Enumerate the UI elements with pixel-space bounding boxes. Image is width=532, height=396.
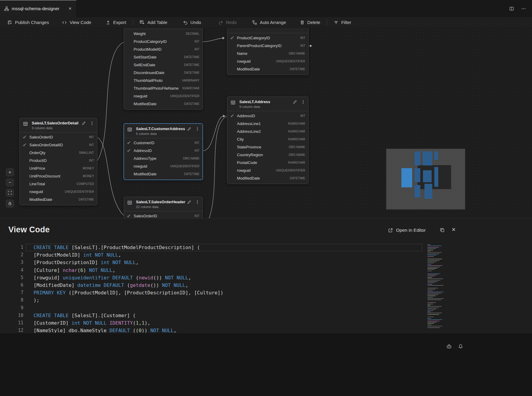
add-table-button[interactable]: Add Table [140,20,167,25]
export-button[interactable]: Export [106,20,126,25]
table-card-salesorderdetail[interactable]: SalesLT.SalesOrderDetail9 column dataSal… [19,118,97,205]
zoom-in-button[interactable]: + [6,168,14,176]
column-row-rowguid[interactable]: rowguidUNIQUEIDENTIFIER [124,162,202,170]
table-menu-kebab-icon[interactable] [195,127,200,131]
column-row-rowguid[interactable]: rowguidUNIQUEIDENTIFIER [227,166,308,174]
column-row-AddressLine1[interactable]: AddressLine1NVARCHAR [227,120,308,127]
table-card-product[interactable]: WeightDECIMALProductCategoryIDINTProduct… [124,28,203,110]
edit-table-icon[interactable] [187,127,191,131]
table-menu-kebab-icon[interactable] [301,100,305,104]
line-number: 10 [0,312,23,319]
column-name: rowguid [134,164,168,168]
column-row-SalesOrderID[interactable]: SalesOrderIDINT [20,133,97,141]
redo-button[interactable]: Redo [218,20,237,25]
column-row-ProductCategoryID[interactable]: ProductCategoryIDINT [227,34,308,42]
column-row-DiscontinuedDate[interactable]: DiscontinuedDateDATETIME [124,69,202,76]
column-row-LineTotal[interactable]: LineTotalCOMPUTED [20,180,97,188]
column-row-rowguid[interactable]: rowguidUNIQUEIDENTIFIER [124,92,202,100]
column-type: SMALLINT [79,151,94,154]
column-row-SalesOrderID[interactable]: SalesOrderIDINT [124,212,202,218]
column-row-Name[interactable]: NameDBO.NAME [227,49,308,57]
column-row-rowguid[interactable]: rowguidUNIQUEIDENTIFIER [227,57,308,65]
column-list: ProductCategoryIDINTParentProductCategor… [227,33,308,75]
column-row-UnitPriceDiscount[interactable]: UnitPriceDiscountMONEY [20,172,97,180]
table-card-customeraddress[interactable]: SalesLT.CustomerAddress5 column dataCust… [124,124,203,180]
column-row-AddressLine2[interactable]: AddressLine2NVARCHAR [227,127,308,135]
column-name: SellEndDate [134,63,182,67]
column-row-ProductID[interactable]: ProductIDINT [20,156,97,164]
table-card-header[interactable]: SalesLT.SalesOrderDetail9 column data [20,118,97,132]
column-row-ProductCategoryID[interactable]: ProductCategoryIDINT [124,37,202,45]
bottom-strip [0,333,532,396]
publish-changes-button[interactable]: Publish Changes [7,20,49,25]
column-row-rowguid[interactable]: rowguidUNIQUEIDENTIFIER [20,188,97,195]
column-row-StateProvince[interactable]: StateProvinceDBO.NAME [227,143,308,151]
copy-code-button[interactable] [440,228,445,233]
tab-close-icon[interactable]: × [67,5,73,12]
column-row-SellStartDate[interactable]: SellStartDateDATETIME [124,53,202,61]
delete-button[interactable]: Delete [300,20,320,25]
fit-view-button[interactable] [6,189,14,197]
zoom-out-button[interactable]: − [6,179,14,186]
table-card-address[interactable]: SalesLT.Address9 column dataAddressIDINT… [227,97,309,184]
column-row-CustomerID[interactable]: CustomerIDINT [124,139,202,147]
edit-table-icon[interactable] [81,121,86,126]
table-menu-kebab-icon[interactable] [195,200,200,204]
split-editor-icon[interactable] [509,6,514,11]
table-card-header[interactable]: SalesLT.Address9 column data [227,97,308,111]
column-row-ProductModelID[interactable]: ProductModelIDINT [124,45,202,53]
diagram-minimap[interactable] [386,149,465,209]
column-name: City [237,137,286,141]
table-menu-kebab-icon[interactable] [90,121,94,126]
edit-table-icon[interactable] [293,100,297,104]
table-card-header[interactable] [124,28,202,29]
table-card-header[interactable]: 5 column data [227,28,308,33]
column-row-ParentProductCategoryID[interactable]: ParentProductCategoryIDINT [227,42,308,49]
column-row-OrderQty[interactable]: OrderQtySMALLINT [20,149,97,156]
column-row-CountryRegion[interactable]: CountryRegionDBO.NAME [227,151,308,159]
table-card-product-category[interactable]: 5 column dataProductCategoryIDINTParentP… [227,28,309,75]
column-row-ModifiedDate[interactable]: ModifiedDateDATETIME [124,100,202,108]
bell-icon[interactable] [458,344,463,349]
lock-button[interactable] [6,200,14,207]
column-row-SellEndDate[interactable]: SellEndDateDATETIME [124,61,202,69]
column-row-ThumbNailPhoto[interactable]: ThumbNailPhotoVARBINARY [124,76,202,84]
column-row-ModifiedDate[interactable]: ModifiedDateDATETIME [227,65,308,73]
table-card-header[interactable]: SalesLT.CustomerAddress5 column data [124,124,202,138]
schema-canvas[interactable]: WeightDECIMALProductCategoryIDINTProduct… [0,28,532,218]
column-row-ThumbnailPhotoFileName[interactable]: ThumbnailPhotoFileNameNVARCHAR [124,84,202,92]
column-type: INT [194,48,200,51]
column-row-City[interactable]: CityNVARCHAR [227,135,308,143]
view-code-button[interactable]: View Code [62,20,91,25]
code-editor[interactable]: 1CREATE TABLE [SalesLT].[ProductModelPro… [0,244,467,333]
auto-arrange-button[interactable]: Auto Arrange [252,20,286,25]
column-row-Weight[interactable]: WeightDECIMAL [124,30,202,37]
primary-key-icon [127,141,131,144]
edit-table-icon[interactable] [187,200,191,204]
column-row-AddressID[interactable]: AddressIDINT [227,112,308,120]
auto-arrange-icon [252,20,257,25]
designer-toolbar: Publish Changes View Code Export Add Tab… [0,17,532,28]
column-row-UnitPrice[interactable]: UnitPriceMONEY [20,164,97,172]
undo-button[interactable]: Undo [183,20,201,25]
tab-mssql-schema-designer[interactable]: mssql-schema-designer × [0,0,77,17]
primary-key-icon [230,114,234,118]
table-card-header[interactable]: SalesLT.SalesOrderHeader22 column data [124,197,202,211]
copilot-icon[interactable] [446,344,452,349]
column-row-PostalCode[interactable]: PostalCodeNVARCHAR [227,159,308,166]
column-row-ModifiedDate[interactable]: ModifiedDateDATETIME [20,195,97,203]
column-row-SalesOrderDetailID[interactable]: SalesOrderDetailIDINT [20,141,97,149]
code-minimap[interactable] [427,244,447,331]
open-in-editor-button[interactable]: Open in Editor [388,228,426,233]
column-row-AddressType[interactable]: AddressTypeDBO.NAME [124,154,202,162]
column-row-ModifiedDate[interactable]: ModifiedDateDATETIME [227,174,308,182]
filter-button[interactable]: Filter [334,20,351,25]
primary-key-icon [127,214,131,218]
close-panel-icon[interactable]: × [452,226,456,233]
table-card-salesorderheader[interactable]: SalesLT.SalesOrderHeader22 column dataSa… [124,197,203,218]
column-type: INT [194,214,200,218]
column-name: CustomerID [134,141,192,145]
column-row-ModifiedDate[interactable]: ModifiedDateDATETIME [124,170,202,178]
column-row-AddressID[interactable]: AddressIDINT [124,147,202,154]
more-actions-icon[interactable] [521,6,526,11]
